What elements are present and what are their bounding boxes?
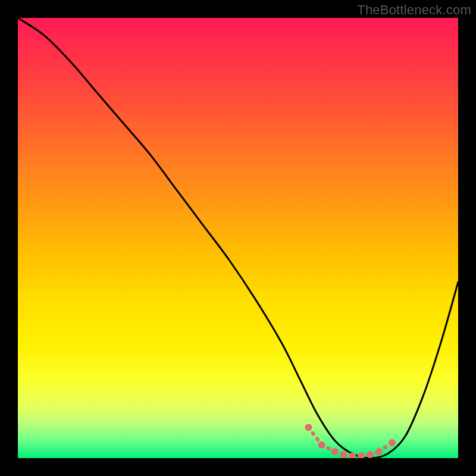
marker-dot	[367, 451, 374, 458]
marker-dot	[389, 439, 396, 446]
marker-dot	[349, 452, 356, 458]
chart-frame: TheBottleneck.com	[0, 0, 476, 476]
marker-dot	[340, 451, 347, 458]
gradient-plot-area	[18, 18, 458, 458]
curve-svg	[18, 18, 458, 458]
marker-dot	[305, 424, 312, 431]
marker-connector	[379, 443, 392, 452]
marker-connector	[370, 452, 379, 455]
marker-connector	[344, 455, 353, 456]
bottleneck-curve-path	[18, 18, 458, 458]
marker-dot	[318, 441, 325, 449]
marker-dot	[331, 448, 339, 455]
marker-connector	[322, 445, 335, 452]
marker-dot	[375, 448, 383, 455]
marker-connector	[335, 452, 344, 455]
marker-connector	[361, 455, 370, 456]
marker-dot	[358, 452, 365, 458]
watermark-text: TheBottleneck.com	[357, 2, 471, 18]
marker-connector	[308, 427, 321, 445]
optimal-range-markers	[305, 424, 396, 458]
